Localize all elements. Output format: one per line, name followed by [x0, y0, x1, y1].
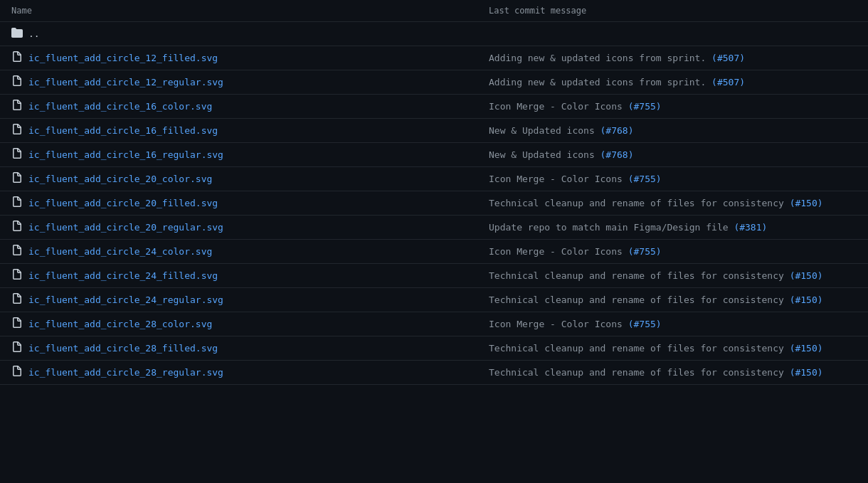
- file-name-link[interactable]: ic_fluent_add_circle_16_color.svg: [28, 101, 212, 112]
- name-cell: ic_fluent_add_circle_28_regular.svg: [0, 361, 477, 385]
- table-row: ic_fluent_add_circle_20_color.svgIcon Me…: [0, 167, 868, 191]
- commit-message: Technical cleanup and rename of files fo…: [489, 343, 823, 354]
- file-icon: [11, 221, 23, 234]
- commit-message: Technical cleanup and rename of files fo…: [489, 198, 823, 208]
- commit-link[interactable]: (#150): [790, 343, 823, 354]
- table-row: ..: [0, 22, 868, 46]
- commit-cell: Icon Merge - Color Icons (#755): [477, 240, 868, 264]
- table-row: ic_fluent_add_circle_28_color.svgIcon Me…: [0, 312, 868, 336]
- commit-link[interactable]: (#150): [790, 367, 823, 378]
- file-icon: [11, 148, 23, 161]
- table-row: ic_fluent_add_circle_24_color.svgIcon Me…: [0, 240, 868, 264]
- commit-cell: Update repo to match main Figma/Design f…: [477, 216, 868, 240]
- table-row: ic_fluent_add_circle_16_color.svgIcon Me…: [0, 95, 868, 119]
- file-name-link[interactable]: ic_fluent_add_circle_24_color.svg: [28, 246, 212, 257]
- table-row: ic_fluent_add_circle_20_filled.svgTechni…: [0, 191, 868, 216]
- commit-link[interactable]: (#381): [734, 222, 767, 233]
- file-icon: [11, 51, 23, 65]
- file-icon: [11, 245, 23, 258]
- name-cell: ..: [0, 22, 477, 46]
- commit-message: Icon Merge - Color Icons (#755): [489, 101, 662, 112]
- file-name-link[interactable]: ic_fluent_add_circle_20_regular.svg: [28, 222, 223, 233]
- name-cell: ic_fluent_add_circle_20_color.svg: [0, 167, 477, 191]
- commit-cell: Adding new & updated icons from sprint. …: [477, 70, 868, 95]
- table-row: ic_fluent_add_circle_24_filled.svgTechni…: [0, 264, 868, 288]
- file-name-link[interactable]: ic_fluent_add_circle_16_regular.svg: [28, 149, 223, 160]
- file-table: Name Last commit message .. ic_fluent_ad…: [0, 0, 868, 385]
- commit-cell: Icon Merge - Color Icons (#755): [477, 95, 868, 119]
- table-row: ic_fluent_add_circle_20_regular.svgUpdat…: [0, 216, 868, 240]
- commit-message: Update repo to match main Figma/Design f…: [489, 222, 767, 233]
- commit-link[interactable]: (#150): [790, 198, 823, 208]
- commit-link[interactable]: (#768): [600, 149, 634, 160]
- file-icon: [11, 269, 23, 282]
- commit-link[interactable]: (#150): [790, 270, 823, 281]
- commit-link[interactable]: (#755): [628, 319, 662, 329]
- file-icon: [11, 100, 23, 113]
- commit-message: Technical cleanup and rename of files fo…: [489, 367, 823, 378]
- commit-cell: Icon Merge - Color Icons (#755): [477, 312, 868, 336]
- commit-message: Icon Merge - Color Icons (#755): [489, 174, 662, 184]
- table-row: ic_fluent_add_circle_28_regular.svgTechn…: [0, 361, 868, 385]
- file-name-link[interactable]: ic_fluent_add_circle_28_regular.svg: [28, 367, 223, 378]
- name-cell: ic_fluent_add_circle_24_filled.svg: [0, 264, 477, 288]
- commit-link[interactable]: (#507): [711, 53, 745, 63]
- folder-icon: [11, 27, 23, 41]
- commit-link[interactable]: (#768): [600, 125, 634, 136]
- name-cell: ic_fluent_add_circle_16_color.svg: [0, 95, 477, 119]
- file-name-link[interactable]: ic_fluent_add_circle_20_filled.svg: [28, 198, 218, 208]
- file-icon: [11, 293, 23, 307]
- commit-link[interactable]: (#150): [790, 294, 823, 305]
- file-icon: [11, 317, 23, 331]
- name-cell: ic_fluent_add_circle_16_filled.svg: [0, 119, 477, 143]
- file-name-link[interactable]: ic_fluent_add_circle_12_filled.svg: [28, 53, 218, 63]
- table-row: ic_fluent_add_circle_12_regular.svgAddin…: [0, 70, 868, 95]
- name-cell: ic_fluent_add_circle_28_filled.svg: [0, 336, 477, 361]
- commit-link[interactable]: (#755): [628, 174, 662, 184]
- commit-message: New & Updated icons (#768): [489, 149, 634, 160]
- commit-message: Icon Merge - Color Icons (#755): [489, 319, 662, 329]
- name-cell: ic_fluent_add_circle_12_filled.svg: [0, 46, 477, 70]
- commit-link[interactable]: (#755): [628, 246, 662, 257]
- file-name-link[interactable]: ic_fluent_add_circle_16_filled.svg: [28, 125, 218, 136]
- commit-link[interactable]: (#507): [711, 77, 745, 87]
- commit-message: Icon Merge - Color Icons (#755): [489, 246, 662, 257]
- file-icon: [11, 341, 23, 355]
- file-icon: [11, 75, 23, 89]
- commit-cell: Technical cleanup and rename of files fo…: [477, 191, 868, 216]
- commit-cell: Technical cleanup and rename of files fo…: [477, 288, 868, 312]
- name-cell: ic_fluent_add_circle_28_color.svg: [0, 312, 477, 336]
- file-name-link[interactable]: ic_fluent_add_circle_28_filled.svg: [28, 343, 218, 354]
- name-cell: ic_fluent_add_circle_12_regular.svg: [0, 70, 477, 95]
- commit-message: Technical cleanup and rename of files fo…: [489, 270, 823, 281]
- table-row: ic_fluent_add_circle_16_filled.svgNew & …: [0, 119, 868, 143]
- name-column-header: Name: [0, 0, 477, 22]
- file-icon: [11, 124, 23, 137]
- commit-cell: Icon Merge - Color Icons (#755): [477, 167, 868, 191]
- file-name-link[interactable]: ic_fluent_add_circle_24_filled.svg: [28, 270, 218, 281]
- file-name-link[interactable]: ic_fluent_add_circle_24_regular.svg: [28, 294, 223, 305]
- name-cell: ic_fluent_add_circle_20_regular.svg: [0, 216, 477, 240]
- name-cell: ic_fluent_add_circle_24_color.svg: [0, 240, 477, 264]
- file-name-link[interactable]: ic_fluent_add_circle_12_regular.svg: [28, 77, 223, 87]
- commit-cell: Technical cleanup and rename of files fo…: [477, 336, 868, 361]
- commit-column-header: Last commit message: [477, 0, 868, 22]
- file-name-link[interactable]: ic_fluent_add_circle_20_color.svg: [28, 174, 212, 184]
- commit-cell: New & Updated icons (#768): [477, 119, 868, 143]
- commit-link[interactable]: (#755): [628, 101, 662, 112]
- commit-cell: New & Updated icons (#768): [477, 143, 868, 167]
- commit-cell: Adding new & updated icons from sprint. …: [477, 46, 868, 70]
- commit-message: New & Updated icons (#768): [489, 125, 634, 136]
- commit-cell: Technical cleanup and rename of files fo…: [477, 361, 868, 385]
- file-icon: [11, 366, 23, 379]
- parent-dir-link[interactable]: ..: [28, 28, 40, 39]
- name-cell: ic_fluent_add_circle_20_filled.svg: [0, 191, 477, 216]
- file-icon: [11, 196, 23, 210]
- commit-message: Adding new & updated icons from sprint. …: [489, 53, 745, 63]
- name-cell: ic_fluent_add_circle_24_regular.svg: [0, 288, 477, 312]
- commit-cell: Technical cleanup and rename of files fo…: [477, 264, 868, 288]
- file-name-link[interactable]: ic_fluent_add_circle_28_color.svg: [28, 319, 212, 329]
- file-icon: [11, 172, 23, 186]
- commit-cell: [477, 22, 868, 46]
- table-row: ic_fluent_add_circle_12_filled.svgAdding…: [0, 46, 868, 70]
